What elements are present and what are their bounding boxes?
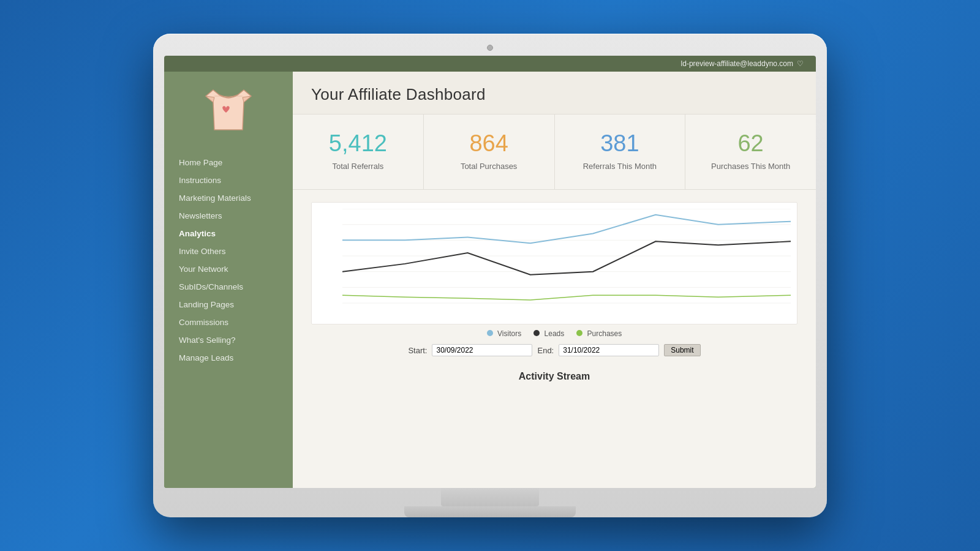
chart-svg: 6,000 5,000 4,000 3,000 2,000 1,000 0 xyxy=(342,209,791,305)
sidebar-item-network[interactable]: Your Network xyxy=(164,260,293,278)
sidebar-nav: Home Page Instructions Marketing Materia… xyxy=(164,154,293,367)
screen-header: ld-preview-affiliate@leaddyno.com ♡ xyxy=(164,56,816,72)
legend-leads: Leads xyxy=(533,329,564,338)
sidebar-item-landing[interactable]: Landing Pages xyxy=(164,296,293,313)
start-date-input[interactable] xyxy=(432,344,532,356)
purchases-line xyxy=(342,295,791,300)
legend-purchases: Purchases xyxy=(576,329,622,338)
main-content: Your Affiliate Dashboard 5,412 Total Ref… xyxy=(293,72,816,488)
end-date-input[interactable] xyxy=(559,344,659,356)
screen-body: Home Page Instructions Marketing Materia… xyxy=(164,72,816,488)
start-label: Start: xyxy=(408,346,427,355)
sidebar-item-commissions[interactable]: Commissions xyxy=(164,313,293,331)
sidebar-item-instructions[interactable]: Instructions xyxy=(164,171,293,189)
sidebar-item-whats-selling[interactable]: What's Selling? xyxy=(164,331,293,349)
submit-button[interactable]: Submit xyxy=(664,344,700,356)
dashboard-title: Your Affiliate Dashboard xyxy=(311,85,797,104)
stat-label-total-referrals: Total Referrals xyxy=(305,161,411,172)
sidebar-item-home[interactable]: Home Page xyxy=(164,154,293,171)
stat-card-purchases-month: 62 Purchases This Month xyxy=(685,114,816,189)
stat-label-total-purchases: Total Purchases xyxy=(436,161,542,172)
chart-section: 6,000 5,000 4,000 3,000 2,000 1,000 0 xyxy=(293,190,816,362)
sidebar-item-newsletters[interactable]: Newsletters xyxy=(164,207,293,225)
sidebar: Home Page Instructions Marketing Materia… xyxy=(164,72,293,488)
heart-icon: ♡ xyxy=(797,59,804,68)
monitor-base xyxy=(404,506,576,517)
stat-card-total-referrals: 5,412 Total Referrals xyxy=(293,114,424,189)
stats-row: 5,412 Total Referrals 864 Total Purchase… xyxy=(293,114,816,190)
visitors-dot xyxy=(487,330,493,336)
sidebar-item-analytics[interactable]: Analytics xyxy=(164,225,293,242)
monitor-camera xyxy=(487,45,493,51)
leads-label: Leads xyxy=(545,329,565,338)
brand-logo xyxy=(201,84,256,139)
monitor: ld-preview-affiliate@leaddyno.com ♡ xyxy=(153,34,827,517)
stat-number-total-purchases: 864 xyxy=(436,132,542,155)
activity-stream-header: Activity Stream xyxy=(293,362,816,386)
user-email: ld-preview-affiliate@leaddyno.com xyxy=(681,59,793,68)
stat-label-referrals-month: Referrals This Month xyxy=(567,161,673,172)
sidebar-item-invite[interactable]: Invite Others xyxy=(164,242,293,260)
visitors-label: Visitors xyxy=(497,329,521,338)
leads-dot xyxy=(533,330,540,336)
date-range-row: Start: End: Submit xyxy=(311,344,797,356)
dashboard-header: Your Affiliate Dashboard xyxy=(293,72,816,114)
leads-line xyxy=(342,242,791,275)
stat-number-referrals-month: 381 xyxy=(567,132,673,155)
stat-label-purchases-month: Purchases This Month xyxy=(698,161,804,172)
stat-number-purchases-month: 62 xyxy=(698,132,804,155)
purchases-dot xyxy=(576,330,582,336)
legend-visitors: Visitors xyxy=(487,329,521,338)
monitor-screen: ld-preview-affiliate@leaddyno.com ♡ xyxy=(164,56,816,488)
end-label: End: xyxy=(537,346,554,355)
chart-container: 6,000 5,000 4,000 3,000 2,000 1,000 0 xyxy=(311,202,797,324)
stat-card-referrals-month: 381 Referrals This Month xyxy=(555,114,686,189)
stat-card-total-purchases: 864 Total Purchases xyxy=(424,114,555,189)
sidebar-item-marketing[interactable]: Marketing Materials xyxy=(164,189,293,207)
sidebar-item-manage-leads[interactable]: Manage Leads xyxy=(164,349,293,367)
sidebar-item-subids[interactable]: SubIDs/Channels xyxy=(164,278,293,296)
visitors-line xyxy=(342,215,791,243)
chart-legend: Visitors Leads Purchases xyxy=(311,329,797,338)
purchases-label: Purchases xyxy=(587,329,622,338)
monitor-stand xyxy=(441,488,539,506)
stat-number-total-referrals: 5,412 xyxy=(305,132,411,155)
